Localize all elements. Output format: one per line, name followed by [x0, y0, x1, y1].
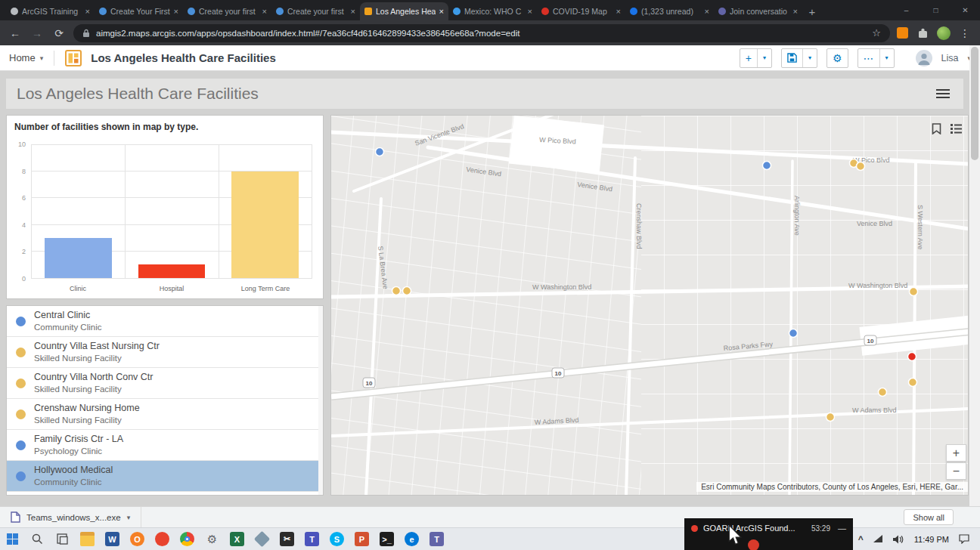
- facility-map-point[interactable]: [826, 413, 835, 422]
- chart-bar[interactable]: [138, 264, 206, 278]
- chart-bar[interactable]: [45, 238, 112, 278]
- facility-map-point[interactable]: [910, 288, 918, 296]
- network-icon[interactable]: [873, 535, 883, 543]
- browser-profile-avatar[interactable]: [937, 26, 951, 40]
- powerpoint-icon[interactable]: P: [349, 528, 374, 550]
- excel-icon[interactable]: X: [225, 528, 250, 550]
- snip-icon[interactable]: ✂: [274, 528, 299, 550]
- tab-close-icon[interactable]: ×: [439, 7, 444, 16]
- scrollbar-thumb[interactable]: [971, 47, 978, 160]
- address-bar[interactable]: aimgis2.maps.arcgis.com/apps/opsdashboar…: [73, 24, 890, 42]
- task-view-icon[interactable]: [50, 528, 75, 550]
- tab-close-icon[interactable]: ×: [616, 7, 621, 16]
- tab-close-icon[interactable]: ×: [351, 7, 355, 16]
- facility-list-item[interactable]: Country Villa East Nursing CtrSkilled Nu…: [7, 337, 318, 368]
- chevron-down-icon[interactable]: ▾: [802, 49, 817, 67]
- extensions-puzzle-icon[interactable]: [915, 27, 930, 39]
- facility-map-point[interactable]: [879, 388, 887, 397]
- bookmark-star-icon[interactable]: ☆: [872, 27, 881, 39]
- opera-icon[interactable]: [150, 528, 175, 550]
- start-button[interactable]: [0, 528, 25, 550]
- word-icon[interactable]: W: [100, 528, 125, 550]
- zoom-out-button[interactable]: −: [946, 462, 966, 480]
- browser-tab[interactable]: Mexico: WHO C×: [448, 2, 537, 20]
- tab-close-icon[interactable]: ×: [528, 7, 532, 16]
- browser-tab[interactable]: Create Your First×: [95, 2, 183, 20]
- site-security-lock-icon[interactable]: [82, 29, 90, 38]
- user-avatar[interactable]: [916, 50, 932, 66]
- bookmarks-icon[interactable]: [932, 123, 941, 134]
- edge-icon[interactable]: e: [399, 528, 424, 550]
- sourcetree-icon[interactable]: [250, 528, 274, 550]
- terminal-icon[interactable]: >_: [374, 528, 399, 550]
- home-menu[interactable]: Home ▾: [9, 52, 43, 63]
- browser-tab[interactable]: Los Angeles Hea×: [360, 2, 448, 20]
- hamburger-menu-icon[interactable]: [933, 86, 953, 101]
- forward-icon[interactable]: →: [29, 27, 45, 39]
- facility-map-point[interactable]: [789, 329, 798, 338]
- new-tab-button[interactable]: +: [802, 2, 822, 20]
- tab-close-icon[interactable]: ×: [705, 7, 709, 16]
- chevron-down-icon[interactable]: ▾: [879, 49, 894, 67]
- page-scrollbar[interactable]: [969, 45, 980, 506]
- volume-icon[interactable]: [893, 535, 904, 544]
- facility-map-point[interactable]: [763, 162, 771, 170]
- list-scrollbar[interactable]: [318, 306, 323, 495]
- facility-list-item[interactable]: Crenshaw Nursing HomeSkilled Nursing Fac…: [7, 399, 318, 430]
- browser-tab[interactable]: Join conversatio×: [714, 2, 802, 20]
- map-panel[interactable]: San Vicente BlvdW Pico BlvdW Pico BlvdVe…: [330, 115, 969, 496]
- browser-tab[interactable]: COVID-19 Map×: [537, 2, 625, 20]
- skype-icon[interactable]: S: [324, 528, 349, 550]
- browser-tab[interactable]: Create your first×: [271, 2, 360, 20]
- tray-expand-caret-icon[interactable]: ^: [858, 534, 864, 545]
- settings-icon[interactable]: ⚙: [200, 528, 225, 550]
- facility-map-point[interactable]: [403, 287, 411, 295]
- show-all-button[interactable]: Show all: [904, 509, 954, 525]
- legend-icon[interactable]: [951, 123, 962, 134]
- facility-map-point[interactable]: [857, 162, 865, 171]
- map-canvas[interactable]: San Vicente BlvdW Pico BlvdW Pico BlvdVe…: [331, 116, 969, 496]
- facility-list-item[interactable]: Central ClinicCommunity Clinic: [7, 306, 318, 337]
- refresh-icon[interactable]: ⟳: [51, 27, 67, 39]
- add-element-button[interactable]: +▾: [740, 48, 772, 68]
- browser-tab[interactable]: ArcGIS Training×: [6, 2, 95, 20]
- teams-icon[interactable]: T: [424, 528, 449, 550]
- tab-favicon: [364, 8, 372, 15]
- facility-map-point[interactable]: [908, 353, 916, 361]
- facility-list-item[interactable]: Hollywood MedicalCommunity Clinic: [7, 461, 318, 492]
- facility-map-point[interactable]: [392, 287, 401, 295]
- tab-close-icon[interactable]: ×: [793, 7, 798, 16]
- back-icon[interactable]: ←: [8, 27, 23, 39]
- download-caret-icon[interactable]: ▾: [127, 514, 131, 521]
- chart-bar[interactable]: [231, 171, 299, 278]
- window-minimize-button[interactable]: –: [892, 0, 921, 20]
- facility-map-point[interactable]: [376, 148, 384, 156]
- facility-list-item[interactable]: Family Crisis Ctr - LAPsychology Clinic: [7, 430, 318, 461]
- settings-button[interactable]: ⚙: [826, 48, 848, 68]
- tab-close-icon[interactable]: ×: [85, 7, 90, 16]
- notification-minimize-icon[interactable]: —: [838, 524, 846, 533]
- extension-icon[interactable]: [897, 27, 908, 39]
- meeting-notification[interactable]: GOARN ArcGIS Found... 53:29 —: [684, 518, 853, 550]
- zoom-in-button[interactable]: +: [946, 444, 966, 462]
- action-center-icon[interactable]: [959, 534, 969, 544]
- browser-tab[interactable]: Create your first×: [183, 2, 271, 20]
- browser-menu-icon[interactable]: ⋮: [957, 27, 972, 39]
- teams-blue-icon[interactable]: T: [299, 528, 324, 550]
- save-button[interactable]: ▾: [781, 48, 817, 68]
- chevron-down-icon[interactable]: ▾: [757, 49, 771, 67]
- orange-app-icon[interactable]: O: [125, 528, 150, 550]
- window-close-button[interactable]: ✕: [951, 0, 980, 20]
- chrome-icon[interactable]: [175, 528, 200, 550]
- more-options-button[interactable]: ⋯▾: [858, 48, 895, 68]
- taskbar-search-icon[interactable]: [25, 528, 50, 550]
- window-maximize-button[interactable]: □: [921, 0, 951, 20]
- tab-close-icon[interactable]: ×: [262, 7, 267, 16]
- tab-close-icon[interactable]: ×: [174, 7, 178, 16]
- taskbar-clock[interactable]: 11:49 PM: [914, 535, 949, 544]
- browser-tab[interactable]: (1,323 unread)×: [625, 2, 714, 20]
- download-item[interactable]: Teams_windows_x...exe ▾: [0, 507, 141, 527]
- file-explorer-icon[interactable]: [75, 528, 100, 550]
- facility-map-point[interactable]: [909, 379, 917, 387]
- facility-list-item[interactable]: Country Villa North Conv CtrSkilled Nurs…: [7, 368, 318, 399]
